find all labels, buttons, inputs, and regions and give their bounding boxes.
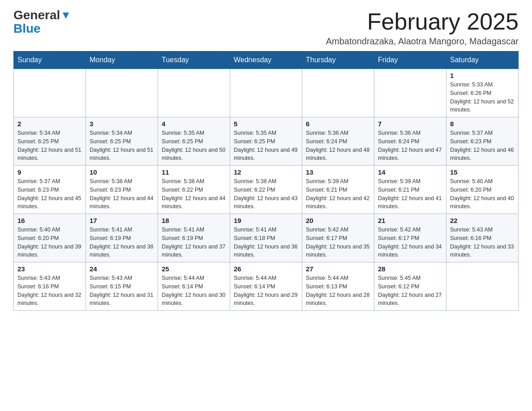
- day-number: 16: [17, 217, 82, 224]
- day-number: 23: [17, 265, 82, 273]
- calendar-week-row: 23Sunrise: 5:43 AMSunset: 6:16 PMDayligh…: [14, 262, 519, 311]
- calendar-cell: 16Sunrise: 5:40 AMSunset: 6:20 PMDayligh…: [14, 214, 86, 262]
- page-header: General Blue February 2025 Ambatondrazak…: [13, 9, 519, 47]
- calendar-cell: 2Sunrise: 5:34 AMSunset: 6:25 PMDaylight…: [14, 117, 86, 166]
- day-info: Sunrise: 5:37 AMSunset: 6:23 PMDaylight:…: [450, 129, 515, 163]
- day-info: Sunrise: 5:44 AMSunset: 6:14 PMDaylight:…: [162, 274, 226, 308]
- calendar-header-wednesday: Wednesday: [230, 51, 302, 69]
- calendar-cell: 17Sunrise: 5:41 AMSunset: 6:19 PMDayligh…: [86, 214, 158, 262]
- calendar-cell: [158, 69, 230, 117]
- calendar-header-monday: Monday: [86, 51, 158, 69]
- day-info: Sunrise: 5:34 AMSunset: 6:25 PMDaylight:…: [17, 129, 82, 163]
- day-number: 14: [378, 168, 442, 176]
- day-info: Sunrise: 5:37 AMSunset: 6:23 PMDaylight:…: [17, 177, 82, 211]
- day-number: 2: [17, 120, 82, 128]
- calendar-cell: [302, 69, 374, 117]
- location-title: Ambatondrazaka, Alaotra Mangoro, Madagas…: [326, 36, 519, 47]
- day-info: Sunrise: 5:38 AMSunset: 6:22 PMDaylight:…: [162, 177, 226, 211]
- day-number: 24: [90, 265, 154, 273]
- calendar-cell: 26Sunrise: 5:44 AMSunset: 6:14 PMDayligh…: [230, 262, 302, 311]
- day-number: 3: [90, 120, 154, 128]
- calendar-cell: [446, 262, 519, 311]
- calendar-header-thursday: Thursday: [302, 51, 374, 69]
- day-number: 25: [162, 265, 226, 273]
- day-info: Sunrise: 5:42 AMSunset: 6:17 PMDaylight:…: [306, 226, 370, 259]
- day-number: 1: [450, 72, 515, 79]
- calendar-cell: 15Sunrise: 5:40 AMSunset: 6:20 PMDayligh…: [446, 166, 519, 214]
- month-title: February 2025: [326, 9, 519, 34]
- calendar-header-row: SundayMondayTuesdayWednesdayThursdayFrid…: [14, 51, 519, 69]
- calendar-cell: 6Sunrise: 5:36 AMSunset: 6:24 PMDaylight…: [302, 117, 374, 166]
- calendar-cell: [86, 69, 158, 117]
- day-number: 27: [306, 265, 370, 273]
- calendar-cell: 1Sunrise: 5:33 AMSunset: 6:26 PMDaylight…: [446, 69, 519, 117]
- calendar-cell: [374, 69, 446, 117]
- calendar-cell: 25Sunrise: 5:44 AMSunset: 6:14 PMDayligh…: [158, 262, 230, 311]
- day-number: 22: [450, 217, 515, 224]
- calendar-table: SundayMondayTuesdayWednesdayThursdayFrid…: [13, 51, 519, 311]
- day-info: Sunrise: 5:35 AMSunset: 6:25 PMDaylight:…: [234, 129, 298, 163]
- calendar-cell: 22Sunrise: 5:43 AMSunset: 6:16 PMDayligh…: [446, 214, 519, 262]
- calendar-cell: 19Sunrise: 5:41 AMSunset: 6:18 PMDayligh…: [230, 214, 302, 262]
- day-info: Sunrise: 5:43 AMSunset: 6:15 PMDaylight:…: [90, 274, 154, 308]
- calendar-cell: 13Sunrise: 5:39 AMSunset: 6:21 PMDayligh…: [302, 166, 374, 214]
- day-info: Sunrise: 5:43 AMSunset: 6:16 PMDaylight:…: [17, 274, 82, 308]
- calendar-header-sunday: Sunday: [14, 51, 86, 69]
- day-number: 13: [306, 168, 370, 176]
- day-info: Sunrise: 5:41 AMSunset: 6:19 PMDaylight:…: [90, 226, 154, 259]
- day-info: Sunrise: 5:42 AMSunset: 6:17 PMDaylight:…: [378, 226, 442, 259]
- title-area: February 2025 Ambatondrazaka, Alaotra Ma…: [326, 9, 519, 47]
- day-info: Sunrise: 5:44 AMSunset: 6:13 PMDaylight:…: [306, 274, 370, 308]
- logo-text-blue: Blue: [13, 21, 41, 36]
- calendar-cell: 24Sunrise: 5:43 AMSunset: 6:15 PMDayligh…: [86, 262, 158, 311]
- calendar-week-row: 9Sunrise: 5:37 AMSunset: 6:23 PMDaylight…: [14, 166, 519, 214]
- svg-marker-0: [63, 13, 69, 19]
- day-info: Sunrise: 5:44 AMSunset: 6:14 PMDaylight:…: [234, 274, 298, 308]
- day-info: Sunrise: 5:40 AMSunset: 6:20 PMDaylight:…: [450, 177, 515, 211]
- day-info: Sunrise: 5:43 AMSunset: 6:16 PMDaylight:…: [450, 226, 515, 259]
- day-info: Sunrise: 5:38 AMSunset: 6:22 PMDaylight:…: [234, 177, 298, 211]
- day-number: 11: [162, 168, 226, 176]
- calendar-cell: 7Sunrise: 5:36 AMSunset: 6:24 PMDaylight…: [374, 117, 446, 166]
- day-info: Sunrise: 5:35 AMSunset: 6:25 PMDaylight:…: [162, 129, 226, 163]
- day-info: Sunrise: 5:36 AMSunset: 6:24 PMDaylight:…: [378, 129, 442, 163]
- day-number: 20: [306, 217, 370, 224]
- calendar-cell: [230, 69, 302, 117]
- day-number: 9: [17, 168, 82, 176]
- calendar-header-friday: Friday: [374, 51, 446, 69]
- day-info: Sunrise: 5:38 AMSunset: 6:23 PMDaylight:…: [90, 177, 154, 211]
- logo-arrow-icon: [61, 11, 71, 21]
- day-number: 21: [378, 217, 442, 224]
- calendar-cell: 5Sunrise: 5:35 AMSunset: 6:25 PMDaylight…: [230, 117, 302, 166]
- calendar-cell: 11Sunrise: 5:38 AMSunset: 6:22 PMDayligh…: [158, 166, 230, 214]
- calendar-cell: 21Sunrise: 5:42 AMSunset: 6:17 PMDayligh…: [374, 214, 446, 262]
- day-info: Sunrise: 5:40 AMSunset: 6:20 PMDaylight:…: [17, 226, 82, 259]
- calendar-cell: 8Sunrise: 5:37 AMSunset: 6:23 PMDaylight…: [446, 117, 519, 166]
- calendar-cell: 3Sunrise: 5:34 AMSunset: 6:25 PMDaylight…: [86, 117, 158, 166]
- day-info: Sunrise: 5:33 AMSunset: 6:26 PMDaylight:…: [450, 81, 515, 114]
- calendar-cell: 20Sunrise: 5:42 AMSunset: 6:17 PMDayligh…: [302, 214, 374, 262]
- calendar-cell: 12Sunrise: 5:38 AMSunset: 6:22 PMDayligh…: [230, 166, 302, 214]
- calendar-cell: 10Sunrise: 5:38 AMSunset: 6:23 PMDayligh…: [86, 166, 158, 214]
- calendar-header-saturday: Saturday: [446, 51, 519, 69]
- calendar-week-row: 2Sunrise: 5:34 AMSunset: 6:25 PMDaylight…: [14, 117, 519, 166]
- calendar-cell: 27Sunrise: 5:44 AMSunset: 6:13 PMDayligh…: [302, 262, 374, 311]
- day-number: 8: [450, 120, 515, 128]
- day-number: 12: [234, 168, 298, 176]
- calendar-week-row: 16Sunrise: 5:40 AMSunset: 6:20 PMDayligh…: [14, 214, 519, 262]
- day-number: 6: [306, 120, 370, 128]
- day-info: Sunrise: 5:36 AMSunset: 6:24 PMDaylight:…: [306, 129, 370, 163]
- day-number: 19: [234, 217, 298, 224]
- calendar-week-row: 1Sunrise: 5:33 AMSunset: 6:26 PMDaylight…: [14, 69, 519, 117]
- day-number: 5: [234, 120, 298, 128]
- calendar-cell: 28Sunrise: 5:45 AMSunset: 6:12 PMDayligh…: [374, 262, 446, 311]
- logo-text-general: General: [13, 9, 60, 21]
- day-number: 10: [90, 168, 154, 176]
- calendar-cell: 18Sunrise: 5:41 AMSunset: 6:19 PMDayligh…: [158, 214, 230, 262]
- calendar-cell: [14, 69, 86, 117]
- logo: General Blue: [13, 9, 71, 36]
- calendar-header-tuesday: Tuesday: [158, 51, 230, 69]
- day-number: 4: [162, 120, 226, 128]
- day-number: 15: [450, 168, 515, 176]
- day-number: 26: [234, 265, 298, 273]
